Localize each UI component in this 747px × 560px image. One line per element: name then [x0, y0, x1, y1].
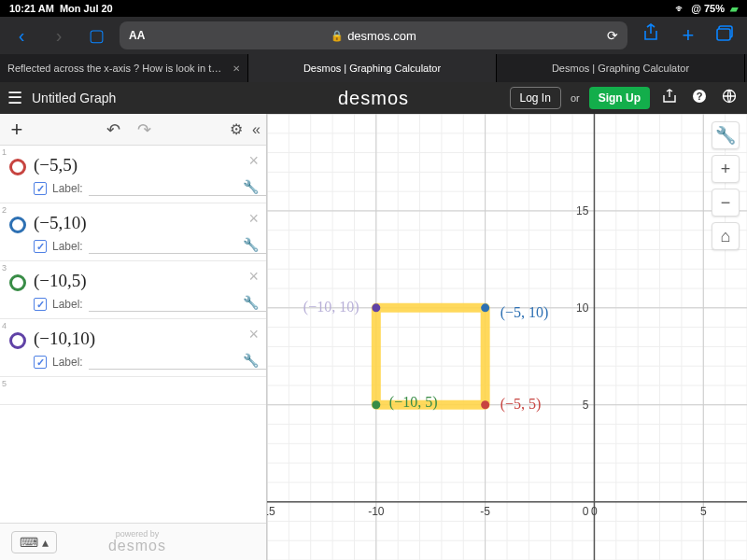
- desmos-logo: desmos: [338, 88, 409, 109]
- expression-row-2[interactable]: 2 (−5,10) ✓ Label: × 🔧: [0, 203, 266, 261]
- status-date: Mon Jul 20: [60, 3, 113, 14]
- svg-text:5: 5: [583, 399, 589, 412]
- close-tab-icon[interactable]: ✕: [233, 63, 240, 74]
- delete-expression-icon[interactable]: ×: [248, 209, 259, 229]
- redo-button[interactable]: ↷: [137, 119, 151, 140]
- browser-tab-1[interactable]: Desmos | Graphing Calculator: [248, 54, 497, 82]
- new-tab-button[interactable]: +: [674, 23, 702, 48]
- lock-icon: 🔒: [331, 30, 344, 42]
- expression-list: 1 (−5,5) ✓ Label: × 🔧 2 (−5,10) ✓ Label:: [0, 146, 266, 523]
- signup-button[interactable]: Sign Up: [589, 87, 650, 109]
- delete-expression-icon[interactable]: ×: [248, 267, 259, 287]
- expression-footer: ⌨ ▴ powered by desmos: [0, 523, 266, 560]
- expression-math[interactable]: (−5,10): [34, 209, 266, 237]
- collapse-panel-button[interactable]: «: [252, 121, 261, 138]
- menu-button[interactable]: ☰: [7, 88, 22, 108]
- or-text: or: [571, 92, 580, 104]
- svg-point-75: [372, 400, 380, 409]
- graph-area[interactable]: -15-10-505510150 🔧 + − ⌂ (−5, 5)(−5, 10)…: [267, 114, 747, 560]
- graph-title[interactable]: Untitled Graph: [32, 91, 116, 105]
- label-checkbox[interactable]: ✓: [34, 356, 47, 369]
- label-input[interactable]: [89, 239, 266, 254]
- url-text: desmos.com: [347, 29, 416, 43]
- main-area: + ↶ ↷ ⚙ « 1 (−5,5) ✓ Label: × 🔧: [0, 114, 747, 560]
- svg-text:0: 0: [583, 505, 589, 518]
- expression-row-4[interactable]: 4 (−10,10) ✓ Label: × 🔧: [0, 319, 266, 377]
- zoom-in-button[interactable]: +: [712, 155, 740, 183]
- graph-canvas[interactable]: -15-10-505510150: [267, 114, 747, 560]
- share-graph-button[interactable]: [659, 89, 680, 107]
- svg-text:10: 10: [576, 301, 589, 315]
- label-input[interactable]: [89, 181, 266, 196]
- svg-text:-10: -10: [368, 505, 385, 518]
- svg-text:-5: -5: [480, 505, 490, 518]
- desmos-header: ☰ Untitled Graph desmos Log In or Sign U…: [0, 82, 747, 114]
- share-button[interactable]: [637, 23, 665, 48]
- svg-point-76: [372, 303, 380, 312]
- color-dot-purple[interactable]: [9, 332, 26, 349]
- point-label: (−5, 5): [500, 396, 542, 413]
- back-button[interactable]: ‹: [7, 21, 35, 49]
- expression-options-icon[interactable]: 🔧: [243, 237, 259, 252]
- add-expression-button[interactable]: +: [6, 118, 28, 142]
- expression-toolbar: + ↶ ↷ ⚙ «: [0, 114, 266, 146]
- point-label: (−10, 5): [389, 394, 438, 411]
- color-dot-red[interactable]: [9, 159, 26, 175]
- reader-aa-button[interactable]: AA: [129, 29, 145, 42]
- settings-gear-button[interactable]: ⚙: [230, 120, 243, 138]
- color-dot-blue[interactable]: [9, 217, 26, 233]
- expression-options-icon[interactable]: 🔧: [243, 353, 259, 368]
- expression-panel: + ↶ ↷ ⚙ « 1 (−5,5) ✓ Label: × 🔧: [0, 114, 267, 560]
- powered-by-desmos: powered by desmos: [108, 530, 166, 553]
- label-input[interactable]: [89, 297, 266, 312]
- battery-icon: ▰: [730, 3, 738, 15]
- svg-rect-1: [717, 29, 730, 40]
- expression-math[interactable]: (−5,5): [34, 151, 266, 179]
- svg-text:?: ?: [697, 91, 703, 102]
- expression-math[interactable]: (−10,5): [34, 267, 266, 295]
- undo-button[interactable]: ↶: [106, 119, 120, 140]
- expression-row-3[interactable]: 3 (−10,5) ✓ Label: × 🔧: [0, 261, 266, 319]
- point-label: (−10, 10): [303, 299, 359, 315]
- label-checkbox[interactable]: ✓: [34, 182, 47, 195]
- forward-button[interactable]: ›: [45, 21, 73, 49]
- graph-controls: 🔧 + − ⌂: [712, 121, 740, 250]
- graph-settings-button[interactable]: 🔧: [712, 121, 740, 149]
- status-time: 10:21 AM: [9, 3, 54, 14]
- wifi-icon: ᯤ: [675, 3, 685, 14]
- expression-row-1[interactable]: 1 (−5,5) ✓ Label: × 🔧: [0, 146, 266, 203]
- home-button[interactable]: ⌂: [712, 222, 740, 250]
- login-button[interactable]: Log In: [510, 87, 561, 109]
- ipad-status-bar: 10:21 AM Mon Jul 20 ᯤ @ 75% ▰: [0, 0, 747, 17]
- url-bar[interactable]: AA 🔒 desmos.com ⟳: [120, 21, 627, 49]
- reload-button[interactable]: ⟳: [607, 28, 618, 43]
- svg-text:0: 0: [591, 505, 598, 518]
- svg-text:-15: -15: [267, 505, 275, 518]
- delete-expression-icon[interactable]: ×: [248, 325, 259, 344]
- expression-options-icon[interactable]: 🔧: [243, 295, 259, 310]
- svg-text:15: 15: [576, 204, 589, 217]
- svg-text:5: 5: [700, 505, 707, 518]
- svg-point-74: [481, 303, 489, 312]
- label-input[interactable]: [89, 355, 266, 370]
- language-button[interactable]: [719, 89, 740, 107]
- label-checkbox[interactable]: ✓: [34, 240, 47, 253]
- expression-math[interactable]: (−10,10): [34, 325, 266, 353]
- zoom-out-button[interactable]: −: [712, 189, 740, 217]
- label-checkbox[interactable]: ✓: [34, 298, 47, 311]
- color-dot-green[interactable]: [9, 274, 26, 291]
- safari-toolbar: ‹ › ▢ AA 🔒 desmos.com ⟳ +: [0, 17, 747, 54]
- browser-tab-0[interactable]: Reflected across the x-axis ? How is loo…: [0, 54, 248, 82]
- keyboard-button[interactable]: ⌨ ▴: [11, 531, 57, 553]
- browser-tabs: Reflected across the x-axis ? How is loo…: [0, 54, 747, 82]
- tabs-button[interactable]: [712, 23, 740, 48]
- delete-expression-icon[interactable]: ×: [248, 151, 259, 171]
- help-button[interactable]: ?: [689, 89, 710, 107]
- point-label: (−5, 10): [500, 304, 549, 321]
- battery-label: @ 75%: [691, 3, 725, 14]
- expression-options-icon[interactable]: 🔧: [243, 179, 259, 194]
- browser-tab-2[interactable]: Desmos | Graphing Calculator: [497, 54, 745, 82]
- svg-point-73: [481, 400, 489, 409]
- expression-row-empty[interactable]: 5: [0, 377, 266, 405]
- bookmarks-button[interactable]: ▢: [82, 21, 110, 49]
